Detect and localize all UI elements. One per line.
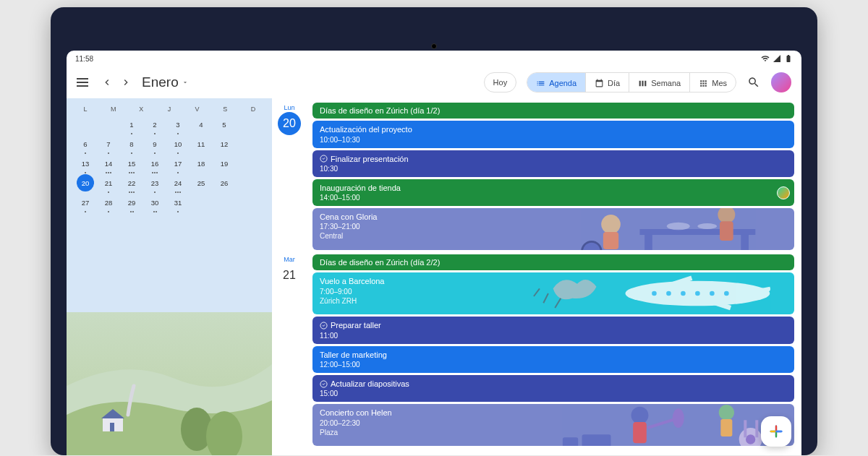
mini-calendar-day [77,116,94,133]
mini-calendar-day[interactable]: 31 [169,194,187,211]
weekday-label: S [216,106,234,113]
prev-month-button[interactable] [101,77,113,88]
event-item[interactable]: Días de diseño en Zúrich (día 2/2) [312,254,794,270]
event-item[interactable]: Vuelo a Barcelona7:00–9:00Zúrich ZRH [312,272,794,314]
camera-dot [431,43,437,49]
view-day-button[interactable]: Día [586,73,629,93]
mini-calendar-day[interactable]: 7 [100,135,117,152]
event-item[interactable]: Inauguración de tienda14:00–15:00 [312,179,794,206]
app-header: Enero Hoy Agenda Día Semana [67,66,801,98]
screen: 11:58 Enero Hoy Agenda [67,51,801,455]
mini-calendar-day[interactable]: 15 [123,155,140,172]
events-column: Días de diseño en Zúrich (día 2/2)Vuelo … [312,254,794,446]
mini-calendar-day[interactable]: 30 [146,194,163,211]
day-icon [595,79,604,88]
mini-calendar-day[interactable]: 6 [77,135,94,152]
plus-icon [768,423,784,439]
wifi-icon [761,54,770,63]
mini-calendar-day[interactable]: 28 [100,194,117,211]
dropdown-icon [182,79,189,86]
agenda-panel[interactable]: Lun20Días de diseño en Zúrich (día 1/2)A… [272,98,801,455]
mini-calendar-day[interactable]: 26 [216,174,233,192]
event-item[interactable]: Preparar taller11:00 [312,317,794,343]
mini-calendar-day[interactable]: 11 [192,135,210,152]
status-bar: 11:58 [67,51,801,66]
status-icons [761,54,793,63]
mini-calendar-day[interactable]: 21 [100,174,117,192]
mini-calendar-day[interactable]: 22 [123,174,140,192]
search-button[interactable] [746,75,761,90]
weekday-label: L [77,106,94,113]
weekday-label: J [161,106,178,113]
event-item[interactable]: Concierto con Helen20:00–22:30Plaza [312,404,794,446]
mini-calendar-day[interactable]: 27 [77,194,94,211]
search-icon [747,76,760,89]
mini-calendar-weekdays: LMXJVSD [77,103,262,116]
view-agenda-button[interactable]: Agenda [527,73,586,93]
sidebar-illustration [67,343,272,455]
sidebar: LMXJVSD 12345678910111213141516171819202… [67,98,272,455]
event-item[interactable]: Actualizar diapositivas15:00 [312,375,794,402]
event-item[interactable]: Cena con Gloria17:30–21:00Central [312,208,794,250]
mini-calendar-day[interactable]: 25 [192,174,210,192]
svg-rect-39 [563,438,578,447]
mini-calendar-day[interactable]: 19 [216,155,233,172]
mini-calendar-day[interactable]: 2 [146,116,163,133]
mini-calendar-day[interactable]: 5 [216,116,233,133]
mini-calendar-day[interactable]: 14 [100,155,117,172]
event-item[interactable]: Actualización del proyecto10:00–10:30 [312,121,794,147]
day-marker[interactable]: Mar21 [272,254,307,446]
mini-calendar-day[interactable]: 3 [169,116,187,133]
main-content: LMXJVSD 12345678910111213141516171819202… [67,98,801,455]
mini-calendar-day[interactable]: 10 [169,135,187,152]
status-time: 11:58 [75,55,93,63]
mini-calendar-day[interactable]: 24 [169,174,187,192]
mini-calendar-day [192,194,210,211]
weekday-label: D [244,106,262,113]
create-event-fab[interactable] [761,416,791,447]
day-marker[interactable]: Lun20 [272,103,307,250]
event-item[interactable]: Días de diseño en Zúrich (día 1/2) [312,103,794,119]
mini-calendar-day[interactable]: 4 [192,116,210,133]
view-week-button[interactable]: Semana [629,73,690,93]
event-item[interactable]: Finalizar presentación10:30 [312,150,794,177]
menu-icon[interactable] [77,75,91,90]
month-dropdown[interactable]: Enero [142,74,189,90]
mini-calendar-day[interactable]: 8 [123,135,140,152]
events-column: Días de diseño en Zúrich (día 1/2)Actual… [312,103,794,250]
view-month-button[interactable]: Mes [690,73,736,93]
today-button[interactable]: Hoy [484,72,517,93]
event-item[interactable]: Taller de marketing12:00–15:00 [312,346,794,373]
mini-calendar-day[interactable]: 12 [216,135,233,152]
mini-calendar-day[interactable]: 13 [77,155,94,172]
mini-calendar-day [100,116,117,133]
mini-calendar-day[interactable]: 23 [146,174,163,192]
mini-calendar-day[interactable]: 16 [146,155,163,172]
agenda-icon [536,79,545,88]
mini-calendar-day[interactable]: 9 [146,135,163,152]
agenda-day-group: Lun20Días de diseño en Zúrich (día 1/2)A… [272,103,794,250]
month-icon [699,79,708,88]
agenda-day-group: Mar21Días de diseño en Zúrich (día 2/2)V… [272,254,794,446]
profile-avatar[interactable] [771,72,791,93]
weekday-label: V [189,106,206,113]
svg-point-13 [582,242,602,251]
weekday-label: M [105,106,122,113]
month-label: Enero [142,74,179,90]
weekday-label: X [132,106,150,113]
mini-calendar-day[interactable]: 29 [123,194,140,211]
battery-icon [784,54,793,63]
signal-icon [773,54,781,63]
mini-calendar-grid: 1234567891011121314151617181920212223242… [77,116,262,211]
mini-calendar-day[interactable]: 20 [77,174,94,192]
mini-calendar-day[interactable]: 18 [192,155,210,172]
mini-calendar: LMXJVSD 12345678910111213141516171819202… [67,98,272,215]
next-month-button[interactable] [120,77,132,88]
mini-calendar-day[interactable]: 17 [169,155,187,172]
mini-calendar-day[interactable]: 1 [123,116,140,133]
mini-calendar-day [216,194,233,211]
view-selector: Agenda Día Semana Mes [527,72,736,93]
tablet-device-frame: 11:58 Enero Hoy Agenda [51,7,817,455]
month-nav [101,77,132,88]
svg-rect-4 [110,423,114,431]
